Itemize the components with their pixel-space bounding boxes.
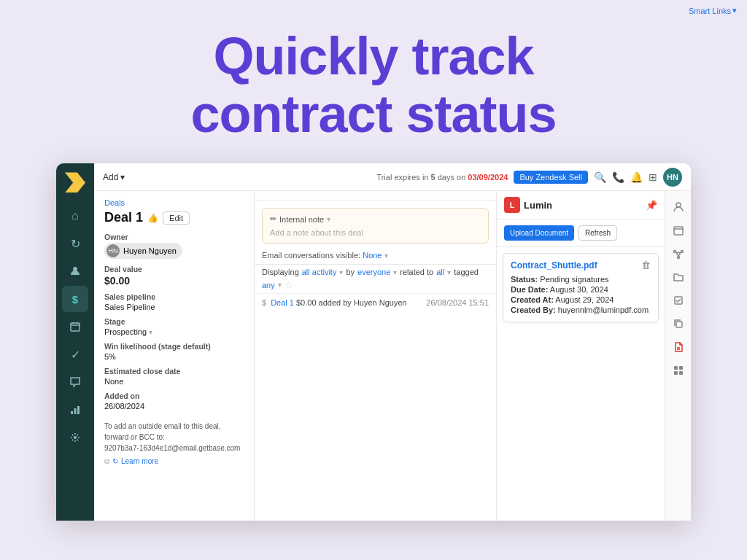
- svg-rect-24: [679, 366, 683, 370]
- svg-rect-26: [679, 371, 683, 375]
- contract-header: Contract_Shuttle.pdf 🗑: [511, 260, 651, 271]
- tagged-any-filter[interactable]: any: [262, 281, 275, 289]
- svg-rect-1: [71, 323, 80, 331]
- add-button[interactable]: Add ▾: [103, 172, 125, 182]
- lumin-icon: L: [504, 197, 520, 213]
- right-panel-body: Contract_Shuttle.pdf 🗑 Status: Pending s…: [497, 247, 665, 521]
- bell-icon[interactable]: 🔔: [630, 171, 643, 183]
- calendar-rail-icon[interactable]: [668, 220, 689, 241]
- displaying-label: Displaying: [262, 268, 299, 276]
- svg-point-13: [673, 251, 676, 253]
- activity-entry: $ Deal 1 $0.00 added by Huyen Nguyen 26/…: [255, 293, 496, 311]
- delete-icon[interactable]: 🗑: [641, 260, 651, 271]
- deal-title-row: Deal 1 👍 Edit: [104, 210, 244, 225]
- win-likelihood-label: Win likelihood (stage default): [104, 342, 244, 351]
- deal-value: $0.00: [104, 275, 244, 287]
- svg-rect-23: [674, 366, 678, 370]
- hero-text: Quickly track contract status: [0, 28, 747, 143]
- grid-icon[interactable]: ⊞: [649, 171, 657, 183]
- svg-rect-7: [77, 406, 80, 414]
- hero-section: Quickly track contract status: [0, 0, 747, 163]
- sidebar-item-analytics[interactable]: [62, 397, 88, 423]
- sidebar-item-tasks[interactable]: ✓: [62, 341, 88, 368]
- sidebar-item-contacts[interactable]: [62, 258, 88, 284]
- sidebar-item-home[interactable]: ⌂: [62, 203, 88, 229]
- close-date-label: Estimated close date: [104, 367, 244, 376]
- upload-document-button[interactable]: Upload Document: [504, 225, 574, 241]
- trial-text: Trial expires in 5 days on 03/09/2024: [376, 173, 508, 182]
- chevron-down-icon: ▾: [384, 252, 388, 260]
- activity-deal-link[interactable]: Deal 1: [271, 298, 294, 307]
- email-conv: Email conversations visible: None ▾: [255, 251, 496, 264]
- thumb-icon: 👍: [147, 213, 158, 223]
- everyone-filter[interactable]: everyone: [357, 268, 390, 276]
- note-header: ✏ Internal note ▾: [270, 214, 481, 224]
- svg-rect-10: [674, 227, 683, 235]
- left-panel: Deals Deal 1 👍 Edit Owner HN Huyen Nguye…: [94, 191, 255, 521]
- related-all-filter[interactable]: all: [436, 268, 444, 276]
- buy-button[interactable]: Buy Zendesk Sell: [514, 171, 588, 184]
- network-rail-icon[interactable]: [668, 244, 689, 264]
- star-icon[interactable]: ☆: [285, 279, 293, 290]
- user-avatar[interactable]: HN: [663, 168, 682, 187]
- phone-icon[interactable]: 📞: [612, 171, 624, 183]
- contract-filename[interactable]: Contract_Shuttle.pdf: [511, 260, 597, 271]
- pipeline-value: Sales Pipeline: [104, 303, 244, 311]
- added-on-value: 26/08/2024: [104, 402, 244, 411]
- chevron-down-icon: ▾: [327, 215, 330, 223]
- dollar-icon: $: [262, 298, 266, 307]
- deal-value-label: Deal value: [104, 265, 244, 273]
- trial-date: 03/09/2024: [468, 173, 508, 182]
- svg-point-14: [681, 251, 683, 253]
- pdf-rail-icon[interactable]: [668, 337, 689, 357]
- chevron-down-icon[interactable]: ▾: [149, 328, 152, 336]
- copy-rail-icon[interactable]: [668, 314, 689, 334]
- contract-due-date: Due Date: August 30, 2024: [511, 285, 651, 294]
- email-section: To add an outside email to this deal, fo…: [104, 421, 244, 467]
- owner-name: Huyen Nguyen: [123, 246, 177, 255]
- pipeline-label: Sales pipeline: [104, 292, 244, 301]
- owner-label: Owner: [104, 233, 244, 241]
- svg-rect-6: [74, 408, 77, 414]
- email-address: 9207b3a7-163d4e1d@email.getbase.com: [104, 444, 240, 452]
- hero-line1: Quickly track: [213, 27, 533, 85]
- folder-rail-icon[interactable]: [668, 267, 689, 287]
- add-label: Add: [103, 172, 118, 182]
- all-activity-filter[interactable]: all activity: [302, 268, 337, 276]
- sidebar-item-settings[interactable]: [62, 424, 88, 451]
- svg-line-17: [679, 252, 681, 253]
- copy-icon[interactable]: ⧉: [104, 456, 109, 467]
- refresh-button[interactable]: Refresh: [578, 225, 617, 241]
- learn-more-link[interactable]: Learn more: [121, 456, 158, 467]
- svg-point-9: [676, 203, 681, 207]
- chevron-down-icon: ▾: [339, 268, 343, 276]
- contract-created-at: Created At: August 29, 2024: [511, 295, 651, 304]
- stage-label: Stage: [104, 317, 244, 326]
- svg-point-8: [74, 436, 77, 439]
- sidebar-item-deals[interactable]: $: [62, 286, 88, 312]
- topbar-icons: 🔍 📞 🔔 ⊞ HN: [594, 168, 682, 187]
- refresh-icon[interactable]: ↻: [112, 456, 118, 467]
- user-rail-icon[interactable]: [668, 197, 689, 217]
- hero-line2: contract status: [190, 85, 556, 143]
- sidebar-item-calendar[interactable]: [62, 314, 88, 340]
- sidebar-item-messages[interactable]: [62, 369, 88, 395]
- sidebar-logo: [62, 169, 88, 195]
- edit-button[interactable]: Edit: [163, 211, 190, 225]
- sidebar-item-refresh[interactable]: ↻: [62, 230, 88, 257]
- checklist-rail-icon[interactable]: [668, 290, 689, 311]
- sidebar: ⌂ ↻ $ ✓: [56, 163, 94, 521]
- chevron-down-icon: ▾: [393, 268, 397, 276]
- chevron-down-icon: ▾: [278, 281, 282, 289]
- lumin-logo: L Lumin: [504, 197, 552, 213]
- grid-rail-icon[interactable]: [668, 360, 689, 381]
- right-panel-header: L Lumin 📌: [497, 191, 665, 219]
- pin-icon[interactable]: 📌: [646, 200, 657, 211]
- search-icon[interactable]: 🔍: [594, 171, 606, 183]
- activity-text: Deal 1 $0.00 added by Huyen Nguyen: [271, 298, 407, 307]
- breadcrumb[interactable]: Deals: [104, 198, 244, 207]
- note-type-label: Internal note: [279, 215, 324, 224]
- email-conv-value[interactable]: None: [363, 251, 382, 260]
- note-placeholder[interactable]: Add a note about this deal: [270, 228, 481, 237]
- owner-avatar: HN: [107, 244, 120, 257]
